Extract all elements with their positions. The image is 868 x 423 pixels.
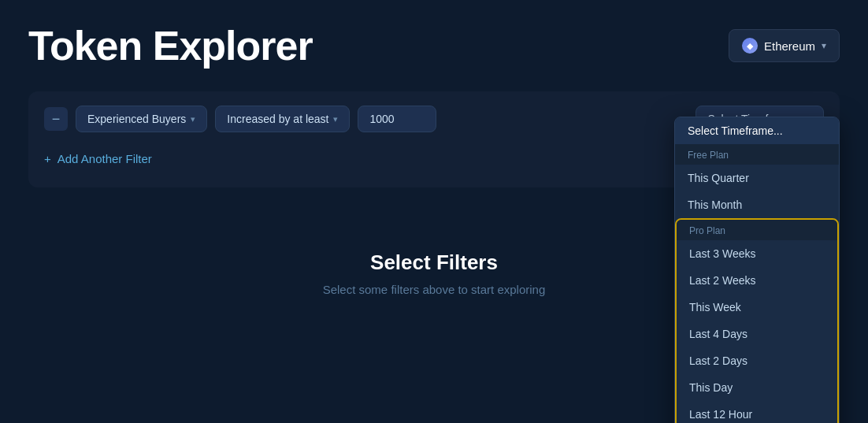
network-label: Ethereum xyxy=(764,39,815,53)
empty-state-title: Select Filters xyxy=(370,250,498,275)
timeframe-option-last-4-days[interactable]: Last 4 Days xyxy=(677,321,837,347)
page-title: Token Explorer xyxy=(28,22,313,69)
empty-state-subtitle: Select some filters above to start explo… xyxy=(323,283,546,296)
add-filter-label: Add Another Filter xyxy=(57,152,152,165)
plus-icon: + xyxy=(44,152,51,165)
timeframe-option-last-12-hour[interactable]: Last 12 Hour xyxy=(677,401,837,423)
pro-plan-section: Pro Plan Last 3 Weeks Last 2 Weeks This … xyxy=(675,218,839,423)
timeframe-option-last-2-days[interactable]: Last 2 Days xyxy=(677,347,837,374)
timeframe-option-this-day[interactable]: This Day xyxy=(677,374,837,401)
pro-plan-label: Pro Plan xyxy=(677,220,837,240)
timeframe-option-this-month[interactable]: This Month xyxy=(675,191,839,218)
buyer-chip-arrow: ▾ xyxy=(191,114,195,124)
buyer-type-chip[interactable]: Experienced Buyers ▾ xyxy=(76,106,207,132)
increase-type-chip[interactable]: Increased by at least ▾ xyxy=(215,106,350,132)
timeframe-dropdown: Select Timeframe... Free Plan This Quart… xyxy=(674,117,840,423)
header: Token Explorer ◆ Ethereum ▾ xyxy=(28,22,840,69)
ethereum-icon: ◆ xyxy=(742,38,758,54)
timeframe-option-selected[interactable]: Select Timeframe... xyxy=(675,117,839,144)
timeframe-option-last-3-weeks[interactable]: Last 3 Weeks xyxy=(677,240,837,267)
add-filter-button[interactable]: + Add Another Filter xyxy=(44,149,152,169)
remove-filter-button[interactable]: − xyxy=(44,107,68,131)
value-input[interactable] xyxy=(358,106,436,132)
increase-chip-arrow: ▾ xyxy=(333,114,338,124)
free-plan-label: Free Plan xyxy=(675,144,839,165)
timeframe-option-this-quarter[interactable]: This Quarter xyxy=(675,165,839,191)
timeframe-option-last-2-weeks[interactable]: Last 2 Weeks xyxy=(677,267,837,294)
increase-type-label: Increased by at least xyxy=(227,113,328,125)
chevron-down-icon: ▾ xyxy=(822,40,826,51)
timeframe-option-this-week[interactable]: This Week xyxy=(677,294,837,321)
buyer-type-label: Experienced Buyers xyxy=(87,113,186,125)
network-selector[interactable]: ◆ Ethereum ▾ xyxy=(729,29,840,62)
